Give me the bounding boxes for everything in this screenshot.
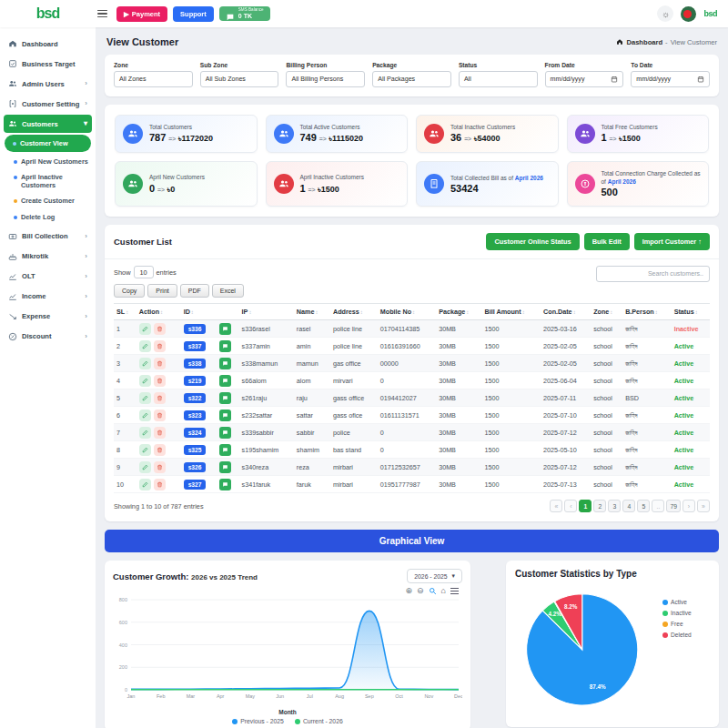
theme-toggle-button[interactable]: ☼ bbox=[657, 5, 673, 22]
sidebar-subitem-delete-log[interactable]: Delete Log bbox=[4, 209, 92, 225]
page-button-5[interactable]: 5 bbox=[637, 500, 650, 512]
sidebar-item-olt[interactable]: OLT› bbox=[4, 268, 92, 286]
message-button[interactable] bbox=[219, 427, 231, 439]
message-button[interactable] bbox=[219, 444, 231, 456]
edit-button[interactable] bbox=[139, 461, 151, 473]
edit-button[interactable] bbox=[139, 323, 151, 335]
import-customer-button[interactable]: Import Customer ↑ bbox=[634, 233, 710, 250]
export-print-button[interactable]: Print bbox=[147, 284, 177, 298]
filter-zone-input[interactable]: All Zones bbox=[114, 71, 193, 87]
sidebar-subitem-april-inactive-customers[interactable]: April Inactive Customers bbox=[4, 169, 92, 193]
delete-button[interactable] bbox=[154, 427, 166, 439]
message-button[interactable] bbox=[219, 479, 231, 490]
page-button-[interactable]: » bbox=[697, 500, 710, 512]
customer-id-badge[interactable]: s323 bbox=[184, 410, 207, 420]
breadcrumb-home[interactable]: Dashboard bbox=[626, 38, 662, 46]
customer-id-badge[interactable]: s327 bbox=[184, 480, 207, 490]
graphical-view-banner[interactable]: Graphical View bbox=[105, 530, 719, 552]
sidebar-item-customer-setting[interactable]: Customer Setting› bbox=[4, 95, 92, 113]
edit-button[interactable] bbox=[139, 340, 151, 352]
filter-package-input[interactable]: All Packages bbox=[372, 71, 451, 87]
filter-from-date-input[interactable]: mm/dd/yyyy bbox=[545, 71, 624, 87]
page-button-4[interactable]: 4 bbox=[622, 500, 635, 512]
chart-menu-icon[interactable] bbox=[450, 588, 459, 595]
sort-icon[interactable]: ↕ bbox=[522, 309, 525, 315]
sort-icon[interactable]: ↕ bbox=[573, 309, 576, 315]
sidebar-subitem-customer-view[interactable]: Customer View bbox=[5, 135, 91, 152]
delete-button[interactable] bbox=[154, 410, 166, 421]
search-input[interactable] bbox=[596, 266, 710, 282]
customer-id-badge[interactable]: s322 bbox=[184, 393, 207, 403]
filter-sub-zone-input[interactable]: All Sub Zones bbox=[200, 71, 279, 87]
legend-item-free[interactable]: Free bbox=[662, 621, 692, 627]
edit-button[interactable] bbox=[139, 427, 151, 439]
sidebar-item-expense[interactable]: Expense› bbox=[4, 308, 92, 326]
payment-button[interactable]: ▶ Payment bbox=[116, 6, 167, 22]
hamburger-menu-icon[interactable] bbox=[97, 10, 107, 18]
page-button-[interactable]: › bbox=[682, 500, 695, 512]
sidebar-item-discount[interactable]: Discount› bbox=[4, 328, 92, 346]
customer-id-badge[interactable]: s325 bbox=[184, 445, 207, 455]
delete-button[interactable] bbox=[154, 375, 166, 387]
delete-button[interactable] bbox=[154, 323, 166, 335]
zoom-in-icon[interactable]: ⊕ bbox=[405, 587, 412, 595]
sort-icon[interactable]: ↕ bbox=[655, 309, 658, 315]
customer-id-badge[interactable]: s324 bbox=[184, 428, 207, 438]
message-button[interactable] bbox=[219, 323, 231, 335]
zoom-out-icon[interactable]: ⊖ bbox=[417, 587, 424, 595]
filter-status-input[interactable]: All bbox=[459, 71, 538, 87]
sort-icon[interactable]: ↕ bbox=[466, 309, 469, 315]
page-button-[interactable]: ‹ bbox=[564, 500, 577, 512]
edit-button[interactable] bbox=[139, 479, 151, 490]
export-excel-button[interactable]: Excel bbox=[212, 284, 244, 298]
customer-id-badge[interactable]: s336 bbox=[184, 324, 207, 334]
support-button[interactable]: Support bbox=[173, 6, 214, 22]
delete-button[interactable] bbox=[154, 444, 166, 456]
sidebar-item-bill-collection[interactable]: Bill Collection› bbox=[4, 228, 92, 246]
export-pdf-button[interactable]: PDF bbox=[180, 284, 209, 298]
edit-button[interactable] bbox=[139, 392, 151, 404]
sort-icon[interactable]: ↕ bbox=[191, 309, 194, 315]
sort-icon[interactable]: ↕ bbox=[695, 309, 698, 315]
legend-item-previous-2025[interactable]: Previous - 2025 bbox=[232, 718, 284, 724]
legend-item-inactive[interactable]: Inactive bbox=[662, 610, 692, 616]
sort-icon[interactable]: ↕ bbox=[412, 309, 415, 315]
sidebar-subitem-create-customer[interactable]: Create Customer bbox=[4, 193, 92, 208]
entries-count-input[interactable] bbox=[134, 266, 154, 278]
page-button-79[interactable]: 79 bbox=[666, 500, 681, 512]
selection-zoom-icon[interactable] bbox=[429, 587, 437, 595]
filter-billing-person-input[interactable]: All Billing Persons bbox=[286, 71, 365, 87]
delete-button[interactable] bbox=[154, 392, 166, 404]
sort-icon[interactable]: ↕ bbox=[248, 309, 251, 315]
message-button[interactable] bbox=[219, 392, 231, 404]
customer-online-status-button[interactable]: Customer Online Status bbox=[486, 233, 579, 250]
edit-button[interactable] bbox=[139, 358, 151, 369]
sort-icon[interactable]: ↕ bbox=[315, 309, 318, 315]
delete-button[interactable] bbox=[154, 340, 166, 352]
delete-button[interactable] bbox=[154, 358, 166, 369]
legend-item-current-2026[interactable]: Current - 2026 bbox=[295, 718, 343, 724]
sidebar-item-admin-users[interactable]: Admin Users› bbox=[4, 75, 92, 93]
sidebar-item-customers[interactable]: Customers▾ bbox=[4, 115, 92, 133]
customer-id-badge[interactable]: s338 bbox=[184, 359, 207, 369]
sidebar-item-business-target[interactable]: Business Target bbox=[4, 55, 92, 73]
edit-button[interactable] bbox=[139, 444, 151, 456]
sort-icon[interactable]: ↕ bbox=[160, 309, 163, 315]
brand-logo[interactable]: bsd bbox=[0, 5, 96, 22]
sms-balance-badge[interactable]: SMS Balance 0 TK bbox=[219, 6, 270, 21]
sidebar-subitem-april-new-customers[interactable]: April New Customers bbox=[4, 154, 92, 169]
message-button[interactable] bbox=[219, 340, 231, 352]
bangladesh-flag-avatar[interactable] bbox=[681, 6, 696, 22]
sidebar-item-mikrotik[interactable]: Mikrotik› bbox=[4, 248, 92, 266]
page-button-1[interactable]: 1 bbox=[579, 500, 592, 512]
sidebar-item-income[interactable]: Income› bbox=[4, 288, 92, 306]
customer-id-badge[interactable]: s219 bbox=[184, 376, 207, 386]
page-button-[interactable]: .. bbox=[652, 500, 664, 512]
edit-button[interactable] bbox=[139, 375, 151, 387]
page-button-[interactable]: « bbox=[550, 500, 562, 512]
delete-button[interactable] bbox=[154, 461, 166, 473]
customer-id-badge[interactable]: s337 bbox=[184, 341, 207, 351]
legend-item-deleted[interactable]: Deleted bbox=[662, 632, 692, 638]
page-button-2[interactable]: 2 bbox=[593, 500, 606, 512]
year-range-dropdown[interactable]: 2026 - 2025 ▾ bbox=[407, 569, 462, 583]
